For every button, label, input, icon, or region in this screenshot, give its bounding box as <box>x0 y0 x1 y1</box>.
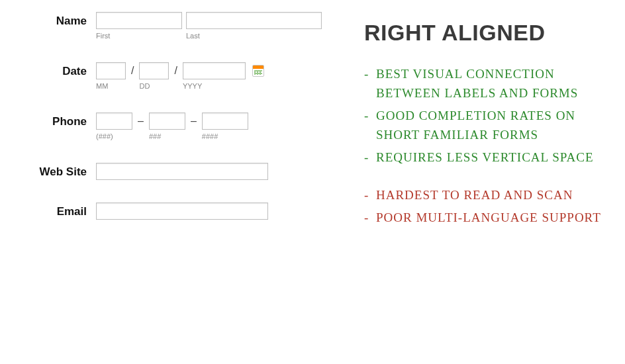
pro-item: -Best visual connection between labels a… <box>364 64 616 103</box>
pro-item: -Requires less vertical space <box>364 148 616 167</box>
row-date: Date MM / DD / YYYY <box>7 62 338 90</box>
phone-line-input[interactable] <box>202 113 248 130</box>
label-website: Web Site <box>7 163 96 179</box>
row-name: Name First Last <box>7 12 338 40</box>
date-sep-2: / <box>173 62 178 77</box>
sub-line: #### <box>202 132 248 140</box>
date-sep-1: / <box>130 62 135 77</box>
sub-first: First <box>96 32 182 40</box>
date-yyyy-input[interactable] <box>183 62 246 79</box>
phone-prefix-input[interactable] <box>149 113 185 130</box>
sub-prefix: ### <box>149 132 185 140</box>
label-email: Email <box>7 203 96 218</box>
con-item: -Hardest to read and scan <box>364 185 616 205</box>
sub-area: (###) <box>96 132 132 140</box>
sub-last: Last <box>186 32 322 40</box>
notes-panel: RIGHT ALIGNED -Best visual connection be… <box>364 7 616 242</box>
sub-mm: MM <box>96 82 126 90</box>
notes-headline: RIGHT ALIGNED <box>364 20 616 46</box>
pro-item: -Good completion rates on short familiar… <box>364 106 616 145</box>
form-panel: Name First Last Date MM / <box>7 7 338 242</box>
phone-area-input[interactable] <box>96 113 132 130</box>
row-email: Email <box>7 203 338 220</box>
website-input[interactable] <box>96 163 268 180</box>
cons-list: -Hardest to read and scan -Poor multi-la… <box>364 185 616 227</box>
label-date: Date <box>7 62 96 78</box>
calendar-icon[interactable] <box>252 65 264 77</box>
last-name-input[interactable] <box>186 12 322 29</box>
row-phone: Phone (###) – ### – #### <box>7 113 338 140</box>
sub-yyyy: YYYY <box>183 82 246 90</box>
label-phone: Phone <box>7 113 96 128</box>
first-name-input[interactable] <box>96 12 182 29</box>
email-input[interactable] <box>96 203 268 220</box>
date-mm-input[interactable] <box>96 62 126 79</box>
date-dd-input[interactable] <box>139 62 169 79</box>
con-item: -Poor multi-language support <box>364 208 616 227</box>
phone-sep-2: – <box>189 113 198 127</box>
phone-sep-1: – <box>136 113 145 127</box>
sub-dd: DD <box>139 82 169 90</box>
row-website: Web Site <box>7 163 338 180</box>
label-name: Name <box>7 12 96 28</box>
pros-list: -Best visual connection between labels a… <box>364 64 616 167</box>
